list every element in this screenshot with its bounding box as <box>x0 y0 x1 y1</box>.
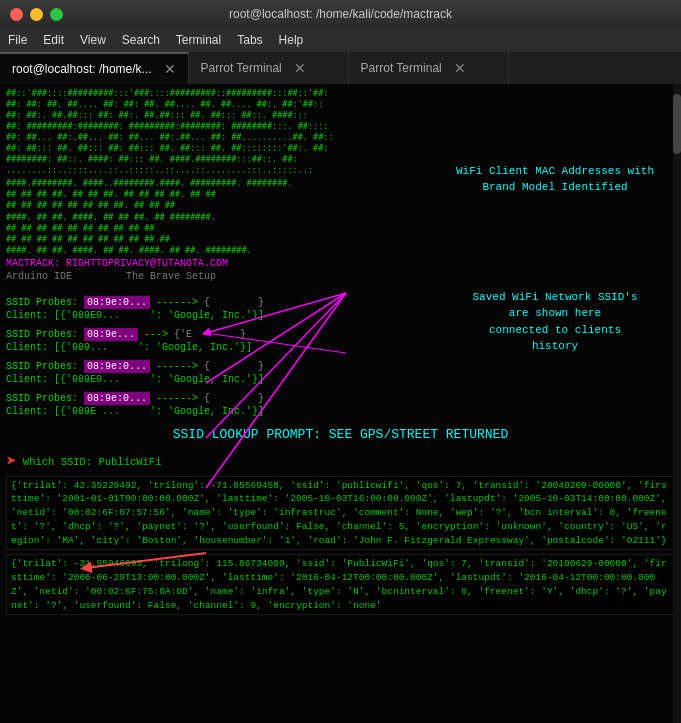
maximize-button[interactable] <box>50 8 63 21</box>
which-ssid-text: Which SSID: PublicWiFi <box>23 456 162 468</box>
terminal-content[interactable]: ##::'###::::#########:::'###::::########… <box>0 84 681 723</box>
menu-view[interactable]: View <box>80 33 106 47</box>
menu-bar: File Edit View Search Terminal Tabs Help <box>0 28 681 52</box>
minimize-button[interactable] <box>30 8 43 21</box>
probe-section-3: SSID Probes: 08:9e:0... ------> { } Clie… <box>6 359 675 385</box>
lookup-section: SSID LOOKUP PROMPT: SEE GPS/STREET RETUR… <box>6 425 675 446</box>
menu-edit[interactable]: Edit <box>43 33 64 47</box>
probe-line-3: SSID Probes: 08:9e:0... ------> { } <box>6 359 675 374</box>
saved-networks-annotation: Saved WiFi Network SSID's are shown here… <box>445 289 665 355</box>
probe-mac-2: 08:9e... <box>84 328 138 341</box>
tab-root[interactable]: root@localhost: /home/k... ✕ <box>0 52 189 84</box>
content-wrapper: ##::'###::::#########:::'###::::########… <box>6 88 675 615</box>
red-arrow-icon: ➤ <box>6 450 17 472</box>
scrollbar-thumb[interactable] <box>673 94 681 154</box>
probe-mac-4: 08:9e:0... <box>84 392 150 405</box>
close-button[interactable] <box>10 8 23 21</box>
tab-parrot-1-label: Parrot Terminal <box>201 61 282 75</box>
json-result-2: {'trilat': -31.95946693, 'trilong': 115.… <box>6 554 675 615</box>
probe-mac-1: 08:9e:0... <box>84 296 150 309</box>
client-line-4: Client: [{'089E ... ': 'Google, Inc.'}] <box>6 406 675 417</box>
tab-parrot-1[interactable]: Parrot Terminal ✕ <box>189 52 349 84</box>
which-ssid-row: ➤ Which SSID: PublicWiFi <box>6 450 675 472</box>
tab-parrot-2-label: Parrot Terminal <box>361 61 442 75</box>
tab-parrot-1-close[interactable]: ✕ <box>294 60 306 76</box>
menu-search[interactable]: Search <box>122 33 160 47</box>
tab-root-label: root@localhost: /home/k... <box>12 62 152 76</box>
tab-parrot-2-close[interactable]: ✕ <box>454 60 466 76</box>
mactrack-line: MACTRACK: RIGHTTOPRIVACY@TUTANOTA.COM <box>6 258 675 269</box>
blurred-area-1: Arduino IDE The Brave Setup <box>6 271 675 289</box>
scrollbar-track[interactable] <box>673 84 681 723</box>
tab-parrot-2[interactable]: Parrot Terminal ✕ <box>349 52 509 84</box>
menu-help[interactable]: Help <box>279 33 304 47</box>
tab-bar: root@localhost: /home/k... ✕ Parrot Term… <box>0 52 681 84</box>
client-line-3: Client: [{'089E0... ': 'Google, Inc.'}] <box>6 374 675 385</box>
probe-line-4: SSID Probes: 08:9e:0... ------> { } <box>6 391 675 406</box>
probe-mac-3: 08:9e:0... <box>84 360 150 373</box>
lookup-title: SSID LOOKUP PROMPT: SEE GPS/STREET RETUR… <box>6 425 675 446</box>
menu-terminal[interactable]: Terminal <box>176 33 221 47</box>
menu-tabs[interactable]: Tabs <box>237 33 262 47</box>
title-bar: root@localhost: /home/kali/code/mactrack <box>0 0 681 28</box>
wifi-client-annotation: WiFi Client MAC Addresses with Brand Mod… <box>445 163 665 196</box>
window-controls[interactable] <box>10 8 63 21</box>
tab-root-close[interactable]: ✕ <box>164 61 176 77</box>
menu-file[interactable]: File <box>8 33 27 47</box>
window-title: root@localhost: /home/kali/code/mactrack <box>229 7 452 21</box>
probe-section-4: SSID Probes: 08:9e:0... ------> { } Clie… <box>6 391 675 417</box>
json-result-1: {'trilat': 42.35229492, 'trilong': -71.0… <box>6 476 675 551</box>
